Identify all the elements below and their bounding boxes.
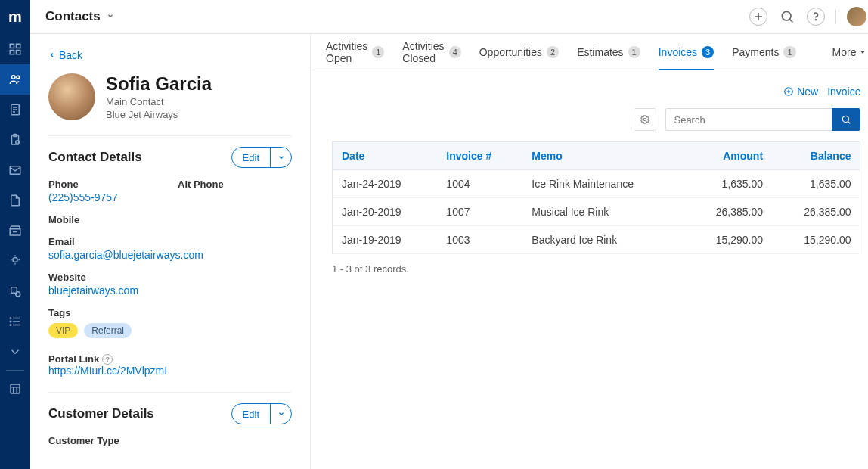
nav-dashboard[interactable] <box>0 34 30 64</box>
plus-circle-icon <box>783 86 794 97</box>
module-chevron-icon[interactable] <box>107 11 114 22</box>
portal-help-icon[interactable]: ? <box>102 354 113 365</box>
chevron-down-icon <box>277 410 285 418</box>
nav-reports[interactable] <box>0 276 30 306</box>
clipboard-icon <box>8 133 22 147</box>
tab-payments[interactable]: Payments 1 <box>732 34 795 70</box>
tab-badge: 3 <box>702 46 714 58</box>
tab-label: Payments <box>732 46 779 58</box>
cell-memo: Ice Rink Maintenance <box>522 170 684 198</box>
file-icon <box>8 194 22 207</box>
edit-contact-dropdown[interactable] <box>270 148 291 167</box>
svg-point-22 <box>16 292 20 297</box>
edit-customer-button-group: Edit <box>231 403 292 424</box>
nav-contacts[interactable] <box>0 64 30 95</box>
global-search-button[interactable] <box>778 8 796 26</box>
contact-avatar <box>48 73 95 120</box>
tag-referral[interactable]: Referral <box>84 323 132 338</box>
grid-icon <box>8 42 22 56</box>
triangle-down-icon <box>859 48 866 56</box>
altphone-label: Alt Phone <box>178 179 292 190</box>
th-invoice[interactable]: Invoice # <box>437 142 522 170</box>
th-balance[interactable]: Balance <box>772 142 860 170</box>
svg-point-37 <box>816 20 817 20</box>
record-count: 1 - 3 of 3 records. <box>332 263 860 275</box>
help-button[interactable] <box>807 8 825 26</box>
customer-details-title: Customer Details <box>48 406 154 421</box>
cell-date: Jan-24-2019 <box>333 170 438 198</box>
phone-value[interactable]: (225)555-9757 <box>48 191 163 203</box>
tab-badge: 2 <box>547 46 559 58</box>
nav-mail[interactable] <box>0 155 30 185</box>
tab-activities-closed[interactable]: Activities Closed 4 <box>402 34 460 70</box>
app-logo[interactable]: m <box>0 0 30 34</box>
svg-rect-0 <box>10 44 14 48</box>
new-invoice-link[interactable]: New Invoice <box>332 85 860 98</box>
svg-point-5 <box>17 76 20 79</box>
edit-customer-dropdown[interactable] <box>270 404 291 424</box>
invoice-label: Invoice <box>827 85 860 98</box>
nav-store[interactable] <box>0 216 30 246</box>
users-icon <box>8 73 22 86</box>
nav-clipboard[interactable] <box>0 125 30 155</box>
nav-expand[interactable] <box>0 337 30 367</box>
search-icon <box>780 9 795 24</box>
topbar-separator <box>835 10 836 23</box>
website-value[interactable]: bluejetairways.com <box>48 284 292 297</box>
nav-web[interactable] <box>0 374 30 404</box>
tab-label: Activities Closed <box>402 40 444 64</box>
svg-rect-2 <box>10 51 14 54</box>
chevron-left-icon <box>48 51 56 59</box>
tab-badge: 1 <box>783 46 795 58</box>
cell-amount: 1,635.00 <box>684 170 772 198</box>
email-value[interactable]: sofia.garcia@bluejetairways.com <box>48 249 292 261</box>
svg-marker-38 <box>861 51 865 53</box>
details-panel: Back Sofia Garcia Main Contact Blue Jet … <box>30 34 310 469</box>
svg-line-36 <box>790 19 793 22</box>
nav-settings[interactable] <box>0 246 30 276</box>
table-row[interactable]: Jan-24-2019 1004 Ice Rink Maintenance 1,… <box>333 170 860 198</box>
portal-label: Portal Link <box>48 353 99 365</box>
th-memo[interactable]: Memo <box>522 142 684 170</box>
svg-point-4 <box>12 76 16 79</box>
cell-amount: 26,385.00 <box>684 198 772 226</box>
th-amount[interactable]: Amount <box>684 142 772 170</box>
tab-badge: 4 <box>449 46 461 58</box>
topbar: Contacts <box>30 0 868 34</box>
svg-point-12 <box>16 141 20 144</box>
th-date[interactable]: Date <box>333 142 438 170</box>
tab-activities-open[interactable]: Activities Open 1 <box>326 34 384 70</box>
invoice-search-button[interactable] <box>832 108 860 131</box>
add-button[interactable] <box>749 8 767 26</box>
nav-file[interactable] <box>0 185 30 216</box>
edit-customer-button[interactable]: Edit <box>232 404 270 424</box>
tab-estimates[interactable]: Estimates 1 <box>577 34 640 70</box>
portal-value[interactable]: https://MIurl.cc/2MVlpzmI <box>48 365 292 377</box>
table-settings-button[interactable] <box>634 108 656 131</box>
table-row[interactable]: Jan-19-2019 1003 Backyard Ice Rink 15,29… <box>333 226 860 254</box>
module-name[interactable]: Contacts <box>45 9 101 24</box>
tabs-more[interactable]: More <box>832 46 867 58</box>
nav-list[interactable] <box>0 306 30 337</box>
invoice-search-input[interactable] <box>665 108 832 131</box>
contact-role: Main Contact <box>106 96 212 107</box>
back-label: Back <box>59 49 82 61</box>
portal-label-row: Portal Link ? <box>48 353 292 365</box>
svg-point-27 <box>10 321 11 322</box>
tabs-bar: Activities Open 1 Activities Closed 4 Op… <box>311 34 868 70</box>
back-link[interactable]: Back <box>48 49 82 61</box>
table-row[interactable]: Jan-20-2019 1007 Musical Ice Rink 26,385… <box>333 198 860 226</box>
tag-vip[interactable]: VIP <box>48 323 78 338</box>
edit-contact-button-group: Edit <box>231 147 292 168</box>
cell-amount: 15,290.00 <box>684 226 772 254</box>
edit-contact-button[interactable]: Edit <box>232 148 270 167</box>
user-avatar[interactable] <box>847 7 866 26</box>
lightbulb-icon <box>8 254 22 268</box>
nav-documents[interactable] <box>0 95 30 125</box>
svg-rect-1 <box>17 44 20 48</box>
svg-point-16 <box>13 258 17 262</box>
new-label: New <box>797 85 818 98</box>
tab-opportunities[interactable]: Opportunities 2 <box>479 34 559 70</box>
chevron-down-icon <box>277 154 285 161</box>
tab-invoices[interactable]: Invoices 3 <box>659 34 714 70</box>
